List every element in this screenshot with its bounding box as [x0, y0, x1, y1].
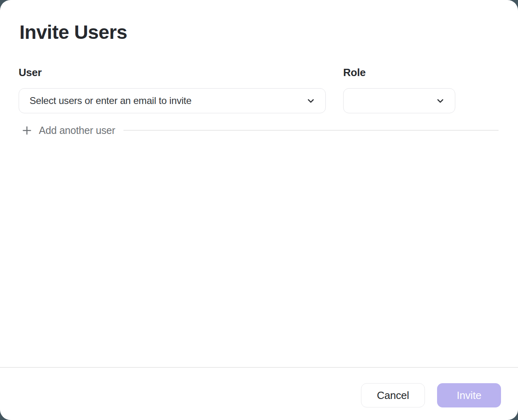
modal-footer: Cancel Invite	[0, 367, 518, 420]
add-another-user-button[interactable]: Add another user	[23, 124, 115, 136]
role-select[interactable]	[343, 88, 455, 113]
divider	[123, 130, 499, 131]
user-select-placeholder: Select users or enter an email to invite	[30, 95, 306, 106]
invite-button[interactable]: Invite	[437, 383, 501, 407]
invite-users-modal: Invite Users User Select users or enter …	[0, 0, 518, 420]
modal-body: Invite Users User Select users or enter …	[0, 0, 518, 367]
role-field: Role	[343, 66, 455, 113]
role-field-label: Role	[343, 66, 455, 78]
user-select[interactable]: Select users or enter an email to invite	[19, 88, 326, 113]
chevron-down-icon	[306, 96, 316, 106]
plus-icon	[23, 126, 31, 135]
cancel-button[interactable]: Cancel	[361, 383, 425, 407]
modal-title: Invite Users	[19, 21, 499, 44]
user-field-label: User	[19, 66, 326, 78]
add-another-user-label: Add another user	[39, 124, 115, 136]
user-field: User Select users or enter an email to i…	[19, 66, 326, 113]
invite-form-row: User Select users or enter an email to i…	[19, 66, 499, 113]
chevron-down-icon	[435, 96, 445, 106]
add-user-row: Add another user	[23, 124, 499, 136]
